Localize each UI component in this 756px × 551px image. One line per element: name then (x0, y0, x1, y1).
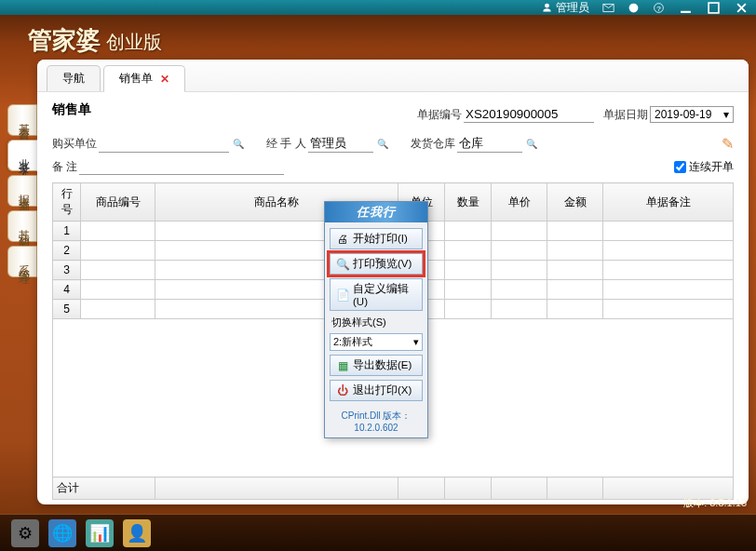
svg-point-0 (629, 3, 639, 12)
col-remark: 单据备注 (603, 183, 734, 222)
svg-text:?: ? (656, 4, 661, 12)
col-code: 商品编号 (81, 183, 155, 222)
continuous-checkbox[interactable]: 连续开单 (674, 159, 734, 175)
warehouse-field[interactable] (457, 136, 522, 153)
tab-business-entry[interactable]: 业务录入 (7, 140, 37, 171)
rownum-cell: 4 (53, 280, 81, 300)
tab-navigation-label: 导航 (62, 71, 85, 87)
continuous-checkbox-input[interactable] (674, 161, 686, 173)
col-rownum: 行号 (53, 183, 81, 222)
rownum-cell: 5 (53, 300, 81, 319)
custom-edit-button[interactable]: 📄 自定义编辑(U) (330, 278, 423, 311)
start-print-button[interactable]: 🖨 开始打印(I) (330, 228, 423, 249)
rownum-cell: 2 (53, 241, 81, 261)
tab-other[interactable]: 其它功能 (7, 210, 37, 242)
dialog-footer: CPrint.Dll 版本：10.2.0.602 (325, 407, 427, 437)
style-select[interactable]: 2:新样式 ▾ (330, 333, 423, 351)
help-icon[interactable]: ? (653, 2, 665, 14)
export-icon: ▦ (336, 359, 349, 372)
switch-style-label: 切换样式(S) (330, 315, 423, 329)
svg-rect-4 (709, 3, 719, 13)
minimize-button[interactable] (678, 1, 693, 14)
continuous-label: 连续开单 (689, 159, 734, 175)
tab-reports[interactable]: 报表查询 (7, 175, 37, 207)
order-no-field[interactable] (464, 106, 594, 123)
taskbar: ⚙ 🌐 📊 👤 (0, 514, 756, 551)
col-amount: 金额 (547, 183, 603, 222)
content-tabs: 导航 销售单 ✕ (37, 60, 749, 92)
exit-print-label: 退出打印(X) (353, 383, 412, 397)
task-icon-2[interactable]: 🌐 (48, 519, 76, 547)
tab-system[interactable]: 系统管理 (7, 246, 37, 277)
close-icon[interactable]: ✕ (160, 73, 169, 86)
order-date-label: 单据日期 (603, 107, 648, 123)
tab-basic-info[interactable]: 基本资料 (7, 104, 37, 136)
footer-label: 合计 (53, 477, 155, 500)
buyer-field[interactable] (99, 136, 229, 153)
maximize-button[interactable] (706, 1, 721, 14)
task-icon-3[interactable]: 📊 (86, 519, 114, 547)
preview-icon: 🔍 (336, 258, 349, 271)
print-preview-label: 打印预览(V) (353, 257, 412, 271)
buyer-label: 购买单位 (52, 136, 97, 152)
warehouse-label: 发货仓库 (411, 136, 455, 152)
dialog-banner: 任我行 (325, 202, 427, 222)
edit-template-icon: 📄 (336, 289, 349, 302)
col-price: 单价 (492, 183, 547, 222)
exit-print-button[interactable]: ⏻ 退出打印(X) (330, 380, 423, 401)
export-label: 导出数据(E) (353, 358, 412, 372)
user-label: 管理员 (556, 0, 589, 16)
page-title: 销售单 (52, 101, 91, 118)
app-edition: 创业版 (106, 30, 162, 55)
chevron-down-icon: ▾ (723, 108, 729, 121)
close-button[interactable] (734, 1, 749, 14)
export-button[interactable]: ▦ 导出数据(E) (330, 355, 423, 376)
task-icon-1[interactable]: ⚙ (11, 519, 39, 547)
start-print-label: 开始打印(I) (353, 232, 408, 246)
handler-label: 经 手 人 (266, 136, 306, 152)
order-no-label: 单据编号 (417, 107, 462, 123)
print-preview-button[interactable]: 🔍 打印预览(V) (330, 253, 423, 275)
title-bar: 管理员 ? (0, 0, 756, 15)
custom-edit-label: 自定义编辑(U) (353, 282, 416, 307)
app-name: 管家婆 (28, 24, 101, 57)
task-icon-4[interactable]: 👤 (123, 519, 151, 547)
tab-navigation[interactable]: 导航 (47, 65, 101, 91)
style-value: 2:新样式 (333, 335, 372, 349)
order-date-field[interactable]: 2019-09-19 ▾ (650, 106, 734, 123)
rownum-cell: 1 (53, 222, 81, 241)
weibo-icon[interactable] (628, 2, 640, 14)
user-indicator[interactable]: 管理员 (541, 0, 589, 16)
printer-icon: 🖨 (336, 233, 349, 246)
edit-icon[interactable]: ✎ (722, 135, 734, 153)
print-dialog: 任我行 🖨 开始打印(I) 🔍 打印预览(V) 📄 自定义编辑(U) 切换样式(… (324, 201, 428, 438)
exit-icon: ⏻ (336, 384, 349, 397)
lookup-icon[interactable]: 🔍 (526, 139, 537, 149)
lookup-icon[interactable]: 🔍 (377, 139, 388, 149)
side-nav: 基本资料 业务录入 报表查询 其它功能 系统管理 (7, 60, 37, 504)
version-label: 版本: 3.5.1.13 (683, 496, 747, 510)
note-label: 备 注 (52, 159, 77, 175)
handler-field[interactable] (308, 136, 373, 153)
tab-sales-order-label: 销售单 (119, 71, 153, 87)
user-icon (541, 2, 553, 14)
tab-sales-order[interactable]: 销售单 ✕ (103, 65, 185, 92)
mail-icon[interactable] (602, 2, 614, 14)
chevron-down-icon: ▾ (413, 336, 419, 348)
svg-rect-3 (681, 10, 691, 12)
form-area: 销售单 单据编号 单据日期 2019-09-19 ▾ (37, 92, 749, 182)
lookup-icon[interactable]: 🔍 (233, 139, 244, 149)
note-field[interactable] (79, 158, 284, 175)
order-date-value: 2019-09-19 (655, 108, 711, 121)
col-qty: 数量 (445, 183, 492, 222)
rownum-cell: 3 (53, 261, 81, 280)
